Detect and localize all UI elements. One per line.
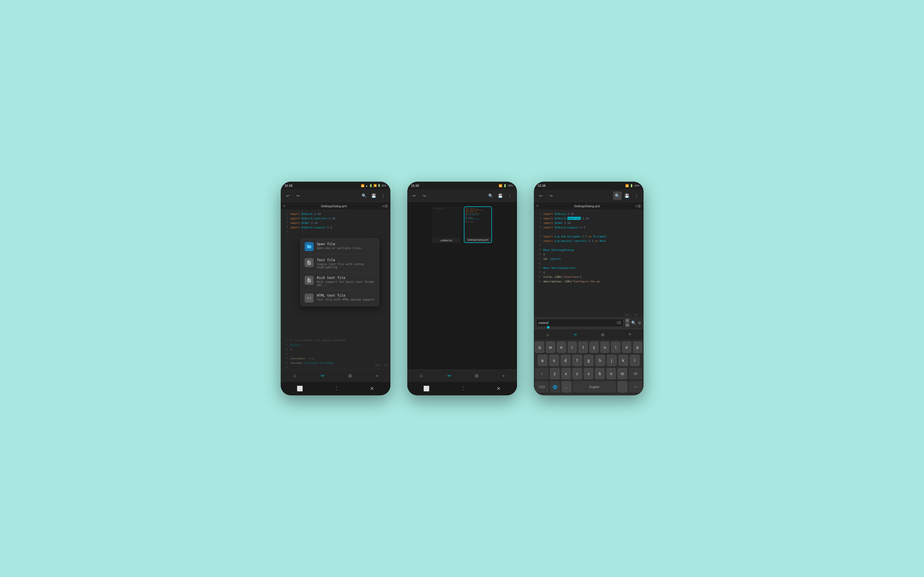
key-e[interactable]: e — [556, 342, 566, 353]
menu-item-text-file[interactable]: Text file Simple text file with syntax h… — [301, 255, 379, 272]
key-r[interactable]: r — [568, 342, 577, 353]
key-b[interactable]: b — [595, 368, 605, 380]
undo-button-3[interactable]: ↩ — [537, 192, 545, 200]
code-line: 25 — [281, 351, 390, 356]
key-t[interactable]: t — [578, 342, 588, 353]
more-button-3[interactable]: ⋮ — [632, 192, 641, 200]
key-w[interactable]: w — [546, 342, 555, 353]
save-button-1[interactable]: 💾 — [369, 192, 378, 200]
key-q[interactable]: q — [535, 342, 544, 353]
key-shift[interactable]: ⇧ — [535, 368, 548, 380]
rich-text-desc: With support for basic text format edi..… — [317, 280, 375, 287]
add-button-1[interactable]: + — [376, 374, 378, 379]
search-options-button[interactable]: ⚙ — [638, 321, 641, 325]
edit-button-1[interactable]: ✏ — [321, 373, 324, 379]
thumbnail-settings[interactable]: import QtQuick 2.14 import QtQuick.Contr… — [464, 206, 492, 243]
search-button-1[interactable]: 🔍 — [360, 192, 368, 200]
key-d[interactable]: d — [561, 355, 571, 366]
code-line: 4import QtQuick.Layouts 1.3 — [281, 225, 390, 229]
redo-button-2[interactable]: ↪ — [420, 192, 429, 200]
square-nav-1[interactable]: ⬜ — [297, 385, 303, 392]
key-comma[interactable]: , — [561, 381, 572, 393]
key-g[interactable]: g — [584, 355, 594, 366]
search-nav-buttons: ∧ ∨ — [625, 319, 629, 327]
battery-percent-3: 26% — [634, 184, 639, 187]
dots-nav-1[interactable]: ⁚ — [335, 385, 337, 392]
tab-close-3[interactable]: ✕ — [536, 204, 539, 208]
key-l[interactable]: l — [630, 355, 640, 366]
search-button-3[interactable]: 🔍 — [613, 192, 622, 200]
redo-button-1[interactable]: ↪ — [293, 192, 302, 200]
key-period[interactable]: . — [618, 381, 627, 393]
dots-nav-2[interactable]: ⁚ — [462, 385, 464, 392]
key-f[interactable]: f — [572, 355, 582, 366]
close-nav-2[interactable]: ✕ — [497, 385, 501, 392]
key-u[interactable]: u — [600, 342, 610, 353]
key-k[interactable]: k — [618, 355, 628, 366]
search-input-container: control ⌫ — [536, 319, 624, 327]
key-backspace[interactable]: ⌫ — [629, 368, 642, 380]
code-line: 5 — [281, 229, 390, 234]
key-j[interactable]: j — [607, 355, 617, 366]
key-s[interactable]: s — [549, 355, 559, 366]
toolbar-right-3: 🔍 💾 ⋮ — [613, 192, 641, 200]
close-nav-1[interactable]: ✕ — [370, 385, 374, 392]
tab-add-3[interactable]: + — [635, 204, 637, 208]
key-y[interactable]: y — [589, 342, 599, 353]
add-button-2[interactable]: + — [502, 374, 505, 379]
search-clear-button[interactable]: ⌫ — [616, 321, 621, 325]
save-button-2[interactable]: 💾 — [496, 192, 505, 200]
grid-button-2[interactable]: ⊞ — [475, 373, 479, 379]
key-n[interactable]: n — [606, 368, 616, 380]
undo-button-2[interactable]: ↩ — [410, 192, 419, 200]
redo-button-3[interactable]: ↪ — [547, 192, 555, 200]
more-button-1[interactable]: ⋮ — [379, 192, 388, 200]
phone-1: 11:15 📶 ▲ 🔋 📶 🔋 26% ↩ ↪ 🔍 💾 ⋮ ✕ Settings… — [281, 182, 390, 395]
key-return[interactable]: ↵ — [629, 381, 642, 393]
key-globe[interactable]: 🌐 — [550, 381, 560, 393]
key-o[interactable]: o — [622, 342, 632, 353]
menu-item-html-text: HTML text file Text file with HTML marku… — [317, 293, 375, 301]
key-z[interactable]: z — [550, 368, 560, 380]
code-line: 6 — [281, 234, 390, 239]
menu-item-rich-text[interactable]: Rich text file With support for basic te… — [301, 272, 379, 290]
key-h[interactable]: h — [595, 355, 605, 366]
status-bar-2: 11:15 📶 🔋 26% — [407, 182, 517, 190]
emoji-button-1[interactable]: ☺ — [292, 374, 297, 379]
key-p[interactable]: p — [633, 342, 642, 353]
grid-button-1[interactable]: ⊞ — [348, 373, 352, 379]
phone-2: 11:15 📶 🔋 26% ↩ ↪ 🔍 💾 ⋮ untitled text — [407, 182, 517, 395]
add-tool-3[interactable]: + — [628, 332, 632, 337]
search-button-2[interactable]: 🔍 — [487, 192, 495, 200]
save-button-3[interactable]: 💾 — [623, 192, 631, 200]
key-x[interactable]: x — [561, 368, 571, 380]
search-cursor — [548, 321, 548, 325]
menu-item-html[interactable]: HTML text file Text file with HTML marku… — [301, 290, 379, 306]
key-v[interactable]: v — [584, 368, 593, 380]
edit-button-2[interactable]: ✏ — [448, 373, 451, 379]
key-numbers[interactable]: ?123 — [535, 381, 548, 393]
grid-tool-3[interactable]: ⊞ — [601, 332, 605, 337]
key-c[interactable]: c — [572, 368, 582, 380]
key-i[interactable]: i — [611, 342, 621, 353]
code-line: 24 { — [281, 347, 390, 351]
key-m[interactable]: m — [618, 368, 627, 380]
edit-tool-3[interactable]: ✏ — [574, 332, 577, 337]
key-space[interactable]: English — [573, 381, 616, 393]
thumbnail-untitled[interactable]: untitled text untitled.txt — [432, 206, 460, 243]
key-a[interactable]: a — [537, 355, 548, 366]
undo-button-1[interactable]: ↩ — [284, 192, 292, 200]
tab-add-1[interactable]: + — [382, 204, 384, 208]
menu-item-open-file[interactable]: Open file Open one or multiple files. — [301, 239, 379, 255]
advanced-search-button[interactable]: 🔍 — [631, 321, 636, 325]
square-nav-2[interactable]: ⬜ — [423, 385, 429, 392]
signal-icon-1: 📶 — [361, 184, 364, 187]
keyboard-3: q w e r t y u i o p a s d f g h j k — [534, 340, 643, 395]
tab-close-1[interactable]: ✕ — [283, 204, 285, 208]
search-up-button[interactable]: ∧ — [625, 319, 629, 322]
emoji-tool-3[interactable]: ☺ — [546, 332, 550, 337]
html-desc: Text file with HTML markup support — [317, 298, 375, 301]
more-button-2[interactable]: ⋮ — [506, 192, 514, 200]
search-down-button[interactable]: ∨ — [625, 323, 629, 327]
emoji-button-2[interactable]: ☺ — [419, 374, 424, 379]
